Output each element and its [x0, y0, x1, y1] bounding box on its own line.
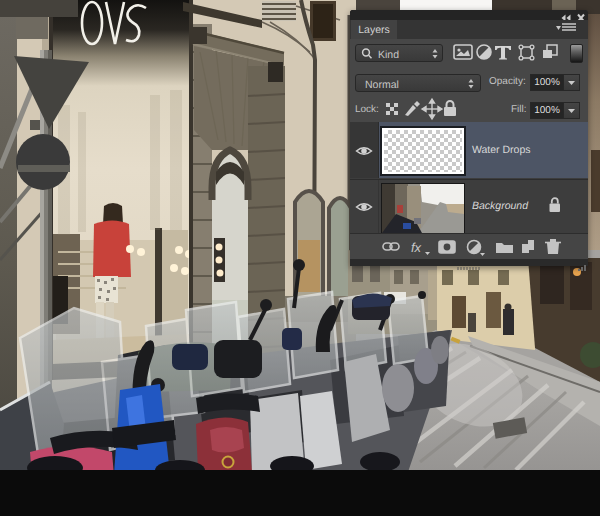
- svg-text:Normal: Normal: [365, 79, 399, 91]
- svg-text:fx: fx: [411, 240, 422, 255]
- svg-text:Kind: Kind: [378, 49, 399, 61]
